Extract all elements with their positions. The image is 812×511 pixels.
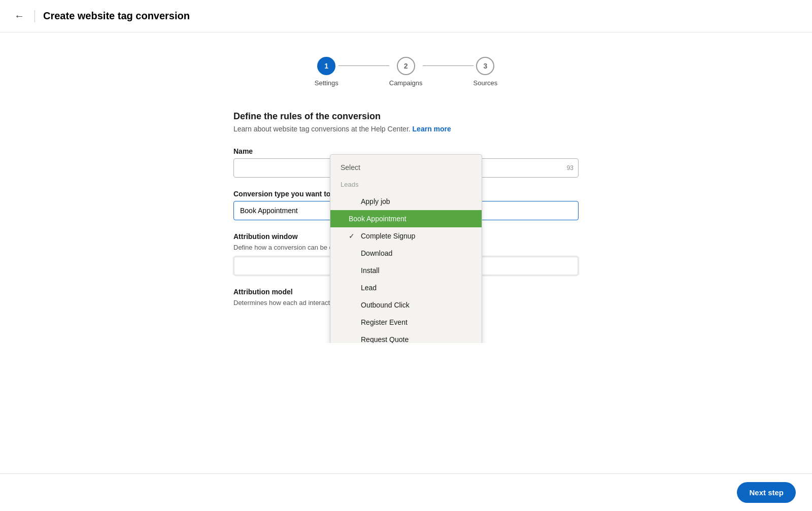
header-divider (35, 10, 35, 22)
dropdown-item-outbound-click[interactable]: Outbound Click (330, 296, 482, 314)
dropdown-item-install[interactable]: Install (330, 262, 482, 279)
section-title: Define the rules of the conversion (233, 111, 579, 122)
dropdown-group-header: Leads (330, 176, 482, 193)
stepper: 1 Settings 2 Campaigns 3 Sources (315, 57, 497, 87)
dropdown-item-label: Request Quote (361, 335, 409, 343)
step-1-label: Settings (315, 79, 339, 87)
dropdown-item-label: Book Appointment (349, 215, 407, 223)
step-3: 3 Sources (473, 57, 498, 87)
dropdown-item-label: Install (361, 266, 380, 275)
dropdown-item-label: Outbound Click (361, 301, 410, 309)
step-2: 2 Campaigns (389, 57, 423, 87)
dropdown-item-complete-signup[interactable]: ✓Complete Signup (330, 227, 482, 245)
main-content: 1 Settings 2 Campaigns 3 Sources Define … (0, 32, 812, 343)
step-2-circle: 2 (397, 57, 415, 75)
dropdown-item-label: Download (361, 249, 392, 257)
dropdown-item-label: Complete Signup (361, 232, 415, 240)
conversion-type-dropdown[interactable]: SelectLeadsApply jobBook Appointment✓Com… (330, 154, 482, 343)
step-3-label: Sources (473, 79, 498, 87)
step-line-2 (423, 65, 473, 66)
dropdown-item-register-event[interactable]: Register Event (330, 314, 482, 331)
dropdown-item-lead[interactable]: Lead (330, 279, 482, 296)
dropdown-item-label: Apply job (361, 197, 390, 206)
dropdown-select-option[interactable]: Select (330, 159, 482, 176)
dropdown-item-apply-job[interactable]: Apply job (330, 193, 482, 210)
checkmark-icon: ✓ (349, 232, 357, 240)
page-header: ← Create website tag conversion (0, 0, 812, 32)
step-line-1 (339, 65, 389, 66)
section-desc: Learn about website tag conversions at t… (233, 125, 579, 133)
dropdown-item-label: Lead (361, 284, 377, 292)
page-title: Create website tag conversion (43, 10, 190, 22)
learn-more-link-1[interactable]: Learn more (413, 125, 451, 133)
section-header: Define the rules of the conversion Learn… (233, 111, 579, 133)
step-2-label: Campaigns (389, 79, 423, 87)
back-button[interactable]: ← (12, 8, 26, 24)
char-count: 93 (567, 164, 573, 172)
step-1-circle: 1 (317, 57, 335, 75)
dropdown-item-request-quote[interactable]: Request Quote (330, 331, 482, 343)
dropdown-item-download[interactable]: Download (330, 245, 482, 262)
dropdown-item-book-appointment[interactable]: Book Appointment (330, 210, 482, 227)
dropdown-item-label: Register Event (361, 318, 408, 326)
step-3-circle: 3 (476, 57, 494, 75)
step-1: 1 Settings (315, 57, 339, 87)
